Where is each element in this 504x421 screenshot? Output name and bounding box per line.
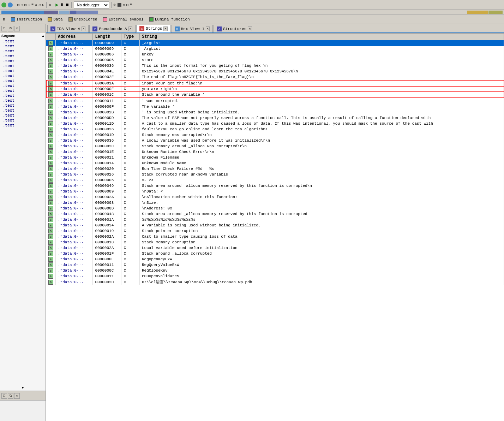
table-row[interactable]: S.rdata:0···00000011CPDBOpenValidate5 (46, 273, 504, 279)
tab-hex-close[interactable]: ✕ (206, 26, 210, 31)
table-row[interactable]: S.rdata:0···0000002ACCast to smaller typ… (46, 234, 504, 239)
segment-item-text-14[interactable]: .text (0, 103, 46, 108)
toolbar-icon-9[interactable]: ✕ (49, 3, 51, 7)
table-row[interactable]: S.rdata:0···0000000FCThe variable ' (46, 104, 504, 109)
table-row[interactable]: S.rdata:0···0000001ACinput your get the … (46, 80, 504, 86)
segment-scroll-up[interactable]: ▲ (42, 34, 44, 38)
tab-hex-view[interactable]: H Hex View-1 ✕ (172, 25, 213, 32)
table-row[interactable]: S.rdata:0···00000026CStack corrupted nea… (46, 172, 504, 177)
segment-item-text-13[interactable]: .text (0, 98, 46, 103)
table-row[interactable]: S.rdata:0···00000020CRun-Time Check Fail… (46, 166, 504, 172)
table-row[interactable]: S.rdata:0···00000006C%. 2X (46, 177, 504, 183)
table-row[interactable]: S.rdata:0···00000011C' was corrupted. (46, 98, 504, 104)
sidebar-close[interactable]: ✕ (14, 26, 20, 31)
sidebar-bottom-minimize[interactable]: □ (1, 393, 7, 399)
toolbar-icon-1[interactable]: ⊞ (17, 3, 19, 7)
table-row[interactable]: S.rdata:0···00000006Cstore (46, 57, 504, 63)
segment-item-text-1[interactable]: .text (0, 39, 46, 44)
segment-item-text-17[interactable]: .text (0, 118, 46, 123)
table-row[interactable]: S.rdata:0···0000004EC0x12345678 0x123456… (46, 69, 504, 74)
segment-item-text-2[interactable]: .text (0, 44, 46, 49)
table-row[interactable]: S.rdata:0···00000011CRegQueryValueExW (46, 262, 504, 268)
segment-item-text-10[interactable]: .text (0, 83, 46, 88)
table-row[interactable]: S.rdata:0···0000002ACLocal variable used… (46, 245, 504, 251)
table-row[interactable]: S.rdata:0···00000048CStack area around _… (46, 211, 504, 217)
sidebar-bottom-close[interactable]: ✕ (14, 393, 20, 399)
table-row[interactable]: S.rdata:0···00000008C\nSize: (46, 200, 504, 206)
segment-scroll-down[interactable]: ▼ (0, 385, 46, 391)
segment-item-text-12[interactable]: .text (0, 93, 46, 98)
table-row[interactable]: S.rdata:0···00000036Cfault!\nYou can go … (46, 126, 504, 132)
toolbar-icon-12[interactable]: ⊞ (123, 3, 125, 7)
table-row[interactable]: S.rdata:0···0000002CCStack memory around… (46, 143, 504, 149)
segment-item-text-4[interactable]: .text (0, 54, 46, 59)
segment-item-text-11[interactable]: .text (0, 88, 46, 93)
table-row[interactable]: S.rdata:0···00000036CA local variable wa… (46, 138, 504, 143)
segment-item-text-16[interactable]: .text (0, 113, 46, 118)
table-row[interactable]: S.rdata:0···00000019CStack pointer corru… (46, 228, 504, 234)
segment-item-text-8[interactable]: .text (0, 73, 46, 78)
table-row[interactable]: S.rdata:0···00000036CThis is the input f… (46, 63, 504, 69)
table-row[interactable]: S.rdata:0···0000000ECRegOpenKeyExW (46, 256, 504, 262)
col-address[interactable]: Address (56, 34, 93, 40)
stop-icon[interactable]: ⏹ (65, 2, 69, 7)
sidebar-bottom-restore[interactable]: ⧉ (8, 393, 13, 399)
tab-ida-view[interactable]: A IDA View-A ✕ (47, 25, 89, 32)
col-type[interactable]: Type (121, 34, 139, 40)
table-row[interactable]: S.rdata:0···00000009C\nData: < (46, 189, 504, 194)
toolbar-icon-14[interactable]: ≡ (130, 3, 132, 7)
table-row[interactable]: S.rdata:0···0000000FCyou are right\n (46, 86, 504, 92)
segment-item-text-18[interactable]: .text (0, 123, 46, 128)
toolbar-icon-4[interactable]: ⊡ (28, 3, 30, 7)
toolbar-icon-2[interactable]: ⊟ (21, 3, 23, 7)
sidebar-minimize[interactable]: □ (1, 26, 7, 31)
table-row[interactable]: S.rdata:0···00000014CUnknown Module Name (46, 160, 504, 166)
table-row[interactable]: S.rdata:0···00000009C_ArgList (46, 40, 504, 46)
tab-pseudocode[interactable]: P Pseudocode-A ✕ (89, 25, 136, 32)
table-row[interactable]: S.rdata:0···00000018CStack memory corrup… (46, 239, 504, 245)
tab-structures[interactable]: A Structures ✕ (214, 25, 255, 32)
segment-item-text-3[interactable]: .text (0, 49, 46, 54)
table-row[interactable]: S.rdata:0···0000011DCA cast to a smaller… (46, 121, 504, 126)
table-row[interactable]: S.rdata:0···0000001DCStack memory was co… (46, 132, 504, 138)
table-row[interactable]: S.rdata:0···0000001FCStack around _alloc… (46, 251, 504, 256)
toolbar-icon-11[interactable]: ⬛ (117, 3, 121, 7)
toolbar-icon-3[interactable]: ⊠ (24, 3, 26, 7)
toolbar-icon-10[interactable]: ⚙ (114, 3, 116, 7)
tab-pseudo-close[interactable]: ✕ (128, 26, 132, 31)
table-row[interactable]: S.rdata:0···0000002BC' is being used wit… (46, 109, 504, 115)
toolbar-icon-7[interactable]: ↺ (38, 3, 41, 7)
toolbar-icon-5[interactable]: ≡ (31, 3, 34, 7)
table-row[interactable]: S.rdata:0···0000000DC\nAddress: 0x (46, 206, 504, 211)
table-row[interactable]: S.rdata:0···0000002FCThe end of flag:\nH… (46, 74, 504, 80)
segment-item-text-15[interactable]: .text (0, 108, 46, 113)
segment-item-text-7[interactable]: .text (0, 69, 46, 73)
table-row[interactable]: S.rdata:0···00000034CA variable is being… (46, 223, 504, 228)
segment-item-text-6[interactable]: .text (0, 64, 46, 69)
table-row[interactable]: S.rdata:0···00000006Cunkey (46, 52, 504, 57)
toolbar-icon-6[interactable]: ◈ (35, 3, 37, 7)
segment-item-text-9[interactable]: .text (0, 78, 46, 83)
tab-struct-close[interactable]: ✕ (248, 26, 252, 31)
toolbar-icon-blue[interactable] (8, 2, 13, 7)
col-length[interactable]: Length (93, 34, 121, 40)
table-row[interactable]: S.rdata:0···00000011CUnknown Filename (46, 155, 504, 160)
pause-icon[interactable]: ⏸ (60, 2, 64, 7)
table-row[interactable]: S.rdata:0···0000001CCStack around the va… (46, 92, 504, 98)
table-row[interactable]: S.rdata:0···0000002DCD:\\cl语言\\teaaaa wp… (46, 279, 504, 285)
col-string[interactable]: String (139, 34, 504, 40)
table-row[interactable]: S.rdata:0···00000009C_ArgList (46, 46, 504, 52)
toolbar-icon-green[interactable] (1, 2, 6, 7)
segment-item-text-5[interactable]: .text (0, 59, 46, 64)
tab-strings[interactable]: S Strings ✕ (136, 25, 171, 32)
debugger-select[interactable]: No debugger (74, 1, 109, 8)
toolbar-icon-13[interactable]: ⊡ (126, 3, 128, 7)
tab-ida-close[interactable]: ✕ (82, 26, 85, 31)
sidebar-restore[interactable]: ⧉ (8, 26, 13, 31)
table-row[interactable]: S.rdata:0···000000DDCThe value of ESP wa… (46, 115, 504, 121)
play-icon[interactable]: ▶ (55, 2, 58, 8)
table-row[interactable]: S.rdata:0···0000001AC%s%s%p%s%zd%s%d%s%s… (46, 217, 504, 223)
tab-strings-close[interactable]: ✕ (163, 26, 167, 31)
toolbar-icon-8[interactable]: ↻ (42, 3, 44, 7)
table-row[interactable]: S.rdata:0···0000000CCRegCloseKey (46, 268, 504, 273)
